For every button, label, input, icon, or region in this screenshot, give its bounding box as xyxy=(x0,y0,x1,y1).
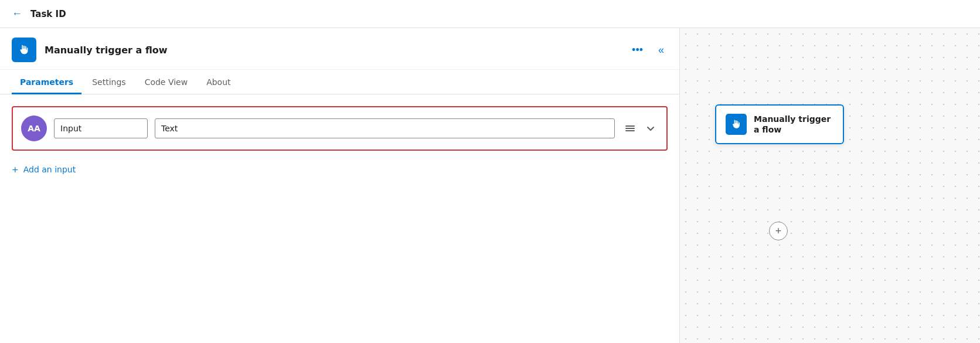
input-controls xyxy=(622,120,658,137)
menu-lines-button[interactable] xyxy=(622,120,638,137)
panel-content: AA xyxy=(0,94,679,343)
hand-pointer-icon xyxy=(18,43,30,56)
panel-actions: ••• « xyxy=(628,42,668,59)
main-layout: Manually trigger a flow ••• « Parameters… xyxy=(0,28,980,343)
tabs-bar: Parameters Settings Code View About xyxy=(0,70,679,94)
flow-card-icon xyxy=(726,114,747,135)
lines-icon xyxy=(624,123,636,134)
collapse-icon: « xyxy=(658,44,664,56)
input-type-field[interactable] xyxy=(155,118,615,138)
svg-rect-2 xyxy=(625,130,635,131)
canvas-panel: Manually trigger a flow + xyxy=(680,28,980,343)
collapse-button[interactable]: « xyxy=(655,42,668,59)
tab-parameters[interactable]: Parameters xyxy=(12,70,81,94)
panel-title: Manually trigger a flow xyxy=(45,45,628,56)
back-button[interactable]: ← xyxy=(9,5,25,22)
flow-card-title: Manually trigger a flow xyxy=(754,114,833,135)
input-name-field[interactable] xyxy=(54,118,148,138)
more-options-button[interactable]: ••• xyxy=(628,42,646,59)
chevron-down-icon xyxy=(645,123,656,134)
panel-header: Manually trigger a flow ••• « xyxy=(0,28,679,70)
avatar: AA xyxy=(21,116,47,141)
back-arrow-icon: ← xyxy=(12,8,22,20)
tab-settings[interactable]: Settings xyxy=(84,70,134,94)
flow-hand-icon xyxy=(730,118,742,130)
left-panel: Manually trigger a flow ••• « Parameters… xyxy=(0,28,680,343)
canvas-dots xyxy=(680,28,980,343)
chevron-down-button[interactable] xyxy=(643,121,658,136)
more-icon: ••• xyxy=(632,44,643,56)
trigger-icon xyxy=(12,38,36,62)
canvas-plus-icon: + xyxy=(775,225,782,237)
add-input-label: Add an input xyxy=(23,165,76,174)
header: ← Task ID xyxy=(0,0,980,28)
svg-rect-1 xyxy=(625,128,635,129)
add-icon: + xyxy=(12,165,19,174)
page-title: Task ID xyxy=(30,9,66,19)
svg-rect-0 xyxy=(625,125,635,127)
flow-card[interactable]: Manually trigger a flow xyxy=(715,104,844,144)
add-input-button[interactable]: + Add an input xyxy=(12,162,76,176)
tab-code-view[interactable]: Code View xyxy=(137,70,196,94)
tab-about[interactable]: About xyxy=(198,70,239,94)
input-row-highlight: AA xyxy=(12,106,668,151)
canvas-add-button[interactable]: + xyxy=(769,222,788,240)
